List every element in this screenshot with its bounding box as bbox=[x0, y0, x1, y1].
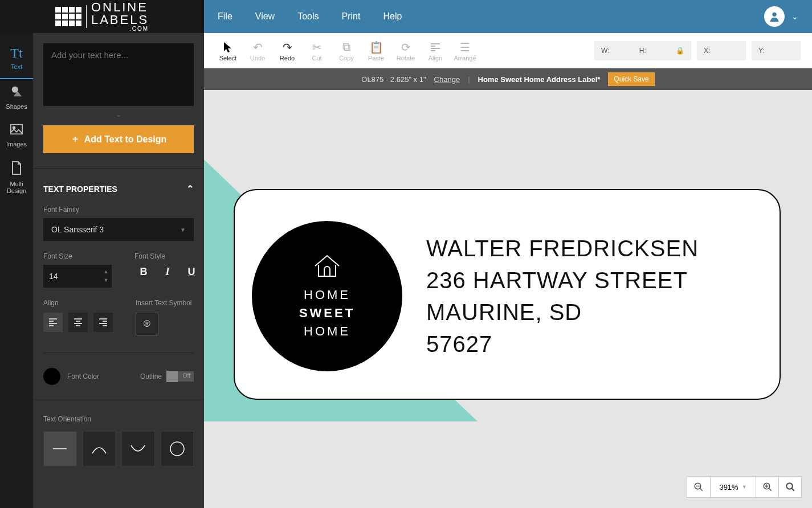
label-logo-circle[interactable]: HOME SWEET HOME bbox=[252, 221, 402, 371]
italic-button[interactable]: I bbox=[161, 266, 174, 278]
svg-line-10 bbox=[769, 488, 772, 491]
bold-button[interactable]: B bbox=[137, 266, 150, 278]
expand-text-chevron[interactable]: ⌄ bbox=[43, 110, 194, 118]
orientation-arc-up[interactable] bbox=[83, 431, 116, 466]
menu-view[interactable]: View bbox=[255, 11, 275, 22]
rail-images-label: Images bbox=[6, 141, 27, 148]
copy-icon: ⧉ bbox=[332, 40, 361, 55]
label-preview[interactable]: HOME SWEET HOME WALTER FREDRICKSEN 236 H… bbox=[234, 189, 781, 400]
font-family-label: Font Family bbox=[43, 206, 194, 214]
text-input[interactable] bbox=[43, 43, 194, 106]
house-icon bbox=[313, 253, 341, 278]
tool-align[interactable]: Align bbox=[421, 40, 450, 62]
images-icon bbox=[0, 124, 33, 138]
addr-street: 236 HARTWAY STREET bbox=[426, 264, 699, 296]
font-size-spinner[interactable]: ▲ ▼ bbox=[43, 265, 112, 288]
svg-point-3 bbox=[13, 126, 15, 129]
tool-rotate[interactable]: ⟳Rotate bbox=[391, 40, 421, 62]
orientation-arc-down[interactable] bbox=[121, 431, 155, 466]
tool-arrange[interactable]: ☰Arrange bbox=[450, 40, 480, 62]
user-avatar[interactable] bbox=[764, 6, 785, 27]
menu-help[interactable]: Help bbox=[383, 11, 402, 22]
menu-file[interactable]: File bbox=[218, 11, 232, 22]
rail-multi-design[interactable]: Multi Design bbox=[0, 155, 33, 202]
addr-city: MAURINE, SD bbox=[426, 296, 699, 328]
rail-images[interactable]: Images bbox=[0, 118, 33, 155]
rail-text-label: Text bbox=[11, 63, 22, 70]
props-collapse-caret[interactable]: ⌃ bbox=[186, 183, 194, 194]
align-left-button[interactable] bbox=[43, 313, 63, 332]
lock-icon[interactable]: 🔒 bbox=[676, 47, 684, 55]
font-color-label: Font Color bbox=[67, 372, 99, 380]
addr-zip: 57627 bbox=[426, 328, 699, 360]
menu-print[interactable]: Print bbox=[342, 11, 361, 22]
font-size-input[interactable] bbox=[43, 265, 100, 288]
svg-point-0 bbox=[772, 13, 776, 17]
tool-undo[interactable]: ↶Undo bbox=[243, 40, 272, 62]
document-title: Home Sweet Home Address Label* bbox=[478, 75, 601, 84]
zoom-fit-button[interactable] bbox=[778, 477, 801, 497]
canvas[interactable]: HOME SWEET HOME WALTER FREDRICKSEN 236 H… bbox=[204, 90, 812, 508]
props-title: TEXT PROPERTIES bbox=[43, 185, 117, 194]
zoom-controls: 391%▼ bbox=[687, 476, 802, 498]
user-menu-caret[interactable]: ⌄ bbox=[791, 12, 798, 21]
svg-point-13 bbox=[786, 483, 793, 489]
tool-redo[interactable]: ↷Redo bbox=[272, 40, 302, 62]
zoom-out-button[interactable] bbox=[687, 477, 710, 497]
zoom-in-button[interactable] bbox=[756, 477, 778, 497]
dim-x: X: bbox=[697, 41, 746, 60]
tool-paste[interactable]: 📋Paste bbox=[361, 40, 391, 62]
insert-symbol-button[interactable]: ® bbox=[136, 313, 158, 335]
orientation-straight[interactable] bbox=[43, 431, 77, 466]
font-family-value: OL Sansserif 3 bbox=[51, 225, 104, 234]
orientation-circle[interactable] bbox=[161, 431, 194, 466]
font-color-swatch[interactable] bbox=[43, 368, 60, 385]
brand-logo[interactable]: ONLINE LABELS.COM bbox=[0, 0, 204, 33]
circle-text-3: HOME bbox=[304, 324, 350, 339]
rail-multi-label-2: Design bbox=[7, 187, 26, 194]
quick-save-button[interactable]: Quick Save bbox=[608, 72, 654, 86]
addr-name: WALTER FREDRICKSEN bbox=[426, 232, 699, 264]
zoom-out-icon bbox=[693, 482, 704, 492]
tool-select[interactable]: Select bbox=[213, 40, 243, 62]
multi-design-icon bbox=[0, 161, 33, 178]
svg-line-14 bbox=[791, 488, 794, 491]
plus-icon: ＋ bbox=[71, 133, 80, 145]
outline-state: Off bbox=[183, 372, 190, 379]
tool-cut[interactable]: ✂Cut bbox=[302, 40, 332, 62]
label-address-block[interactable]: WALTER FREDRICKSEN 236 HARTWAY STREET MA… bbox=[426, 232, 699, 360]
arrange-icon: ☰ bbox=[450, 40, 480, 55]
outline-toggle[interactable]: Off bbox=[166, 371, 194, 382]
undo-icon: ↶ bbox=[243, 40, 272, 55]
font-size-up[interactable]: ▲ bbox=[100, 268, 112, 276]
change-link[interactable]: Change bbox=[434, 75, 460, 84]
tool-copy[interactable]: ⧉Copy bbox=[332, 40, 361, 62]
rail-shapes-label: Shapes bbox=[6, 103, 27, 110]
align-icon bbox=[421, 40, 450, 55]
circle-text-1: HOME bbox=[304, 288, 350, 302]
rail-text[interactable]: Tt Text bbox=[0, 40, 33, 79]
insert-symbol-label: Insert Text Symbol bbox=[136, 299, 194, 307]
zoom-value[interactable]: 391%▼ bbox=[710, 477, 756, 497]
shapes-icon bbox=[0, 85, 33, 101]
text-properties-panel: ⌄ ＋ Add Text to Design TEXT PROPERTIES ⌃… bbox=[33, 33, 204, 508]
rail-shapes[interactable]: Shapes bbox=[0, 79, 33, 118]
paste-icon: 📋 bbox=[361, 40, 391, 55]
align-center-button[interactable] bbox=[68, 313, 88, 332]
text-icon: Tt bbox=[0, 46, 33, 61]
logo-grid-icon bbox=[55, 7, 81, 26]
font-size-down[interactable]: ▼ bbox=[100, 276, 112, 285]
outline-label: Outline bbox=[140, 372, 162, 380]
logo-text: ONLINE LABELS.COM bbox=[91, 1, 149, 32]
menu-tools[interactable]: Tools bbox=[297, 11, 319, 22]
underline-button[interactable]: U bbox=[185, 266, 198, 278]
w-label: W: bbox=[601, 47, 609, 55]
font-size-label: Font Size bbox=[43, 252, 112, 260]
font-family-select[interactable]: OL Sansserif 3 ▼ bbox=[43, 218, 194, 241]
align-right-button[interactable] bbox=[93, 313, 113, 332]
add-text-button[interactable]: ＋ Add Text to Design bbox=[43, 125, 194, 153]
svg-point-5 bbox=[170, 442, 184, 456]
label-spec: OL875 - 2.625" x 1" bbox=[361, 75, 426, 84]
zoom-fit-icon bbox=[785, 482, 795, 492]
dim-y: Y: bbox=[752, 41, 801, 60]
